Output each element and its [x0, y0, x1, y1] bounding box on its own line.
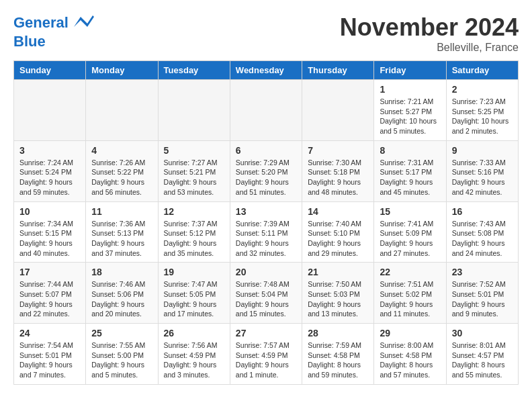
- day-number: 19: [164, 267, 224, 277]
- day-cell: [86, 80, 158, 141]
- svg-marker-0: [74, 15, 94, 27]
- day-info: Sunrise: 7:44 AM Sunset: 5:07 PM Dayligh…: [19, 279, 80, 319]
- col-header-sunday: Sunday: [14, 61, 86, 80]
- day-info: Sunrise: 7:29 AM Sunset: 5:20 PM Dayligh…: [236, 158, 296, 197]
- day-number: 17: [19, 267, 80, 277]
- day-cell: 15Sunrise: 7:41 AM Sunset: 5:09 PM Dayli…: [374, 201, 446, 263]
- day-info: Sunrise: 7:47 AM Sunset: 5:05 PM Dayligh…: [164, 279, 224, 319]
- day-number: 5: [164, 145, 224, 156]
- day-info: Sunrise: 7:50 AM Sunset: 5:03 PM Dayligh…: [308, 279, 368, 319]
- week-row-1: 1Sunrise: 7:21 AM Sunset: 5:27 PM Daylig…: [14, 80, 519, 141]
- day-cell: [230, 80, 302, 141]
- day-cell: 2Sunrise: 7:23 AM Sunset: 5:25 PM Daylig…: [446, 80, 518, 141]
- day-cell: [158, 80, 230, 141]
- day-info: Sunrise: 7:39 AM Sunset: 5:11 PM Dayligh…: [236, 219, 296, 259]
- day-cell: 23Sunrise: 7:52 AM Sunset: 5:01 PM Dayli…: [446, 263, 518, 324]
- day-number: 18: [91, 267, 152, 277]
- day-cell: 1Sunrise: 7:21 AM Sunset: 5:27 PM Daylig…: [374, 80, 446, 141]
- day-number: 22: [380, 267, 440, 277]
- day-number: 9: [452, 145, 513, 156]
- day-cell: 16Sunrise: 7:43 AM Sunset: 5:08 PM Dayli…: [446, 201, 518, 263]
- day-number: 24: [19, 328, 80, 338]
- day-cell: 26Sunrise: 7:56 AM Sunset: 4:59 PM Dayli…: [158, 324, 230, 385]
- day-cell: 8Sunrise: 7:31 AM Sunset: 5:17 PM Daylig…: [374, 140, 446, 201]
- month-title: November 2024: [340, 13, 519, 42]
- day-info: Sunrise: 8:00 AM Sunset: 4:58 PM Dayligh…: [380, 340, 440, 380]
- header-row: SundayMondayTuesdayWednesdayThursdayFrid…: [14, 61, 519, 80]
- day-cell: 21Sunrise: 7:50 AM Sunset: 5:03 PM Dayli…: [302, 263, 374, 324]
- day-cell: 10Sunrise: 7:34 AM Sunset: 5:15 PM Dayli…: [14, 201, 86, 263]
- day-cell: 24Sunrise: 7:54 AM Sunset: 5:01 PM Dayli…: [14, 324, 86, 385]
- day-info: Sunrise: 7:34 AM Sunset: 5:15 PM Dayligh…: [19, 219, 80, 259]
- day-cell: 5Sunrise: 7:27 AM Sunset: 5:21 PM Daylig…: [158, 140, 230, 201]
- logo-text: General: [13, 13, 94, 34]
- logo: General Blue: [13, 13, 94, 50]
- day-cell: 20Sunrise: 7:48 AM Sunset: 5:04 PM Dayli…: [230, 263, 302, 324]
- day-info: Sunrise: 7:23 AM Sunset: 5:25 PM Dayligh…: [452, 97, 513, 136]
- day-number: 12: [164, 206, 224, 217]
- day-number: 28: [308, 328, 368, 338]
- day-cell: 22Sunrise: 7:51 AM Sunset: 5:02 PM Dayli…: [374, 263, 446, 324]
- day-number: 10: [19, 206, 80, 217]
- day-number: 30: [452, 328, 513, 338]
- week-row-5: 24Sunrise: 7:54 AM Sunset: 5:01 PM Dayli…: [14, 324, 519, 385]
- day-number: 26: [164, 328, 224, 338]
- day-cell: 3Sunrise: 7:24 AM Sunset: 5:24 PM Daylig…: [14, 140, 86, 201]
- day-cell: 28Sunrise: 7:59 AM Sunset: 4:58 PM Dayli…: [302, 324, 374, 385]
- day-number: 16: [452, 206, 513, 217]
- week-row-4: 17Sunrise: 7:44 AM Sunset: 5:07 PM Dayli…: [14, 263, 519, 324]
- day-cell: 18Sunrise: 7:46 AM Sunset: 5:06 PM Dayli…: [86, 263, 158, 324]
- day-cell: 29Sunrise: 8:00 AM Sunset: 4:58 PM Dayli…: [374, 324, 446, 385]
- col-header-friday: Friday: [374, 61, 446, 80]
- day-number: 23: [452, 267, 513, 277]
- day-info: Sunrise: 7:52 AM Sunset: 5:01 PM Dayligh…: [452, 279, 513, 319]
- day-info: Sunrise: 7:21 AM Sunset: 5:27 PM Dayligh…: [380, 97, 440, 136]
- day-info: Sunrise: 7:41 AM Sunset: 5:09 PM Dayligh…: [380, 219, 440, 259]
- day-cell: 4Sunrise: 7:26 AM Sunset: 5:22 PM Daylig…: [86, 140, 158, 201]
- day-info: Sunrise: 7:48 AM Sunset: 5:04 PM Dayligh…: [236, 279, 296, 319]
- day-info: Sunrise: 7:30 AM Sunset: 5:18 PM Dayligh…: [308, 158, 368, 197]
- page-header: General Blue November 2024 Belleville, F…: [13, 13, 519, 54]
- day-cell: 9Sunrise: 7:33 AM Sunset: 5:16 PM Daylig…: [446, 140, 518, 201]
- day-info: Sunrise: 7:59 AM Sunset: 4:58 PM Dayligh…: [308, 340, 368, 380]
- day-info: Sunrise: 7:54 AM Sunset: 5:01 PM Dayligh…: [19, 340, 80, 380]
- day-info: Sunrise: 7:24 AM Sunset: 5:24 PM Dayligh…: [19, 158, 80, 197]
- week-row-2: 3Sunrise: 7:24 AM Sunset: 5:24 PM Daylig…: [14, 140, 519, 201]
- day-cell: 13Sunrise: 7:39 AM Sunset: 5:11 PM Dayli…: [230, 201, 302, 263]
- day-number: 21: [308, 267, 368, 277]
- day-cell: 12Sunrise: 7:37 AM Sunset: 5:12 PM Dayli…: [158, 201, 230, 263]
- day-cell: 7Sunrise: 7:30 AM Sunset: 5:18 PM Daylig…: [302, 140, 374, 201]
- day-number: 4: [91, 145, 152, 156]
- day-cell: 19Sunrise: 7:47 AM Sunset: 5:05 PM Dayli…: [158, 263, 230, 324]
- day-info: Sunrise: 7:56 AM Sunset: 4:59 PM Dayligh…: [164, 340, 224, 380]
- day-number: 15: [380, 206, 440, 217]
- day-number: 1: [380, 84, 440, 95]
- title-block: November 2024 Belleville, France: [340, 13, 519, 54]
- col-header-monday: Monday: [86, 61, 158, 80]
- day-number: 6: [236, 145, 296, 156]
- day-info: Sunrise: 7:55 AM Sunset: 5:00 PM Dayligh…: [91, 340, 152, 380]
- day-cell: 25Sunrise: 7:55 AM Sunset: 5:00 PM Dayli…: [86, 324, 158, 385]
- day-cell: 30Sunrise: 8:01 AM Sunset: 4:57 PM Dayli…: [446, 324, 518, 385]
- day-number: 27: [236, 328, 296, 338]
- col-header-tuesday: Tuesday: [158, 61, 230, 80]
- day-cell: 27Sunrise: 7:57 AM Sunset: 4:59 PM Dayli…: [230, 324, 302, 385]
- day-cell: 17Sunrise: 7:44 AM Sunset: 5:07 PM Dayli…: [14, 263, 86, 324]
- day-info: Sunrise: 7:46 AM Sunset: 5:06 PM Dayligh…: [91, 279, 152, 319]
- day-cell: 6Sunrise: 7:29 AM Sunset: 5:20 PM Daylig…: [230, 140, 302, 201]
- calendar-table: SundayMondayTuesdayWednesdayThursdayFrid…: [13, 60, 519, 385]
- day-info: Sunrise: 7:43 AM Sunset: 5:08 PM Dayligh…: [452, 219, 513, 259]
- col-header-saturday: Saturday: [446, 61, 518, 80]
- day-info: Sunrise: 7:31 AM Sunset: 5:17 PM Dayligh…: [380, 158, 440, 197]
- day-info: Sunrise: 7:26 AM Sunset: 5:22 PM Dayligh…: [91, 158, 152, 197]
- day-info: Sunrise: 8:01 AM Sunset: 4:57 PM Dayligh…: [452, 340, 513, 380]
- day-number: 20: [236, 267, 296, 277]
- day-number: 11: [91, 206, 152, 217]
- day-number: 29: [380, 328, 440, 338]
- day-info: Sunrise: 7:40 AM Sunset: 5:10 PM Dayligh…: [308, 219, 368, 259]
- day-number: 7: [308, 145, 368, 156]
- day-info: Sunrise: 7:37 AM Sunset: 5:12 PM Dayligh…: [164, 219, 224, 259]
- day-number: 8: [380, 145, 440, 156]
- day-number: 13: [236, 206, 296, 217]
- day-number: 3: [19, 145, 80, 156]
